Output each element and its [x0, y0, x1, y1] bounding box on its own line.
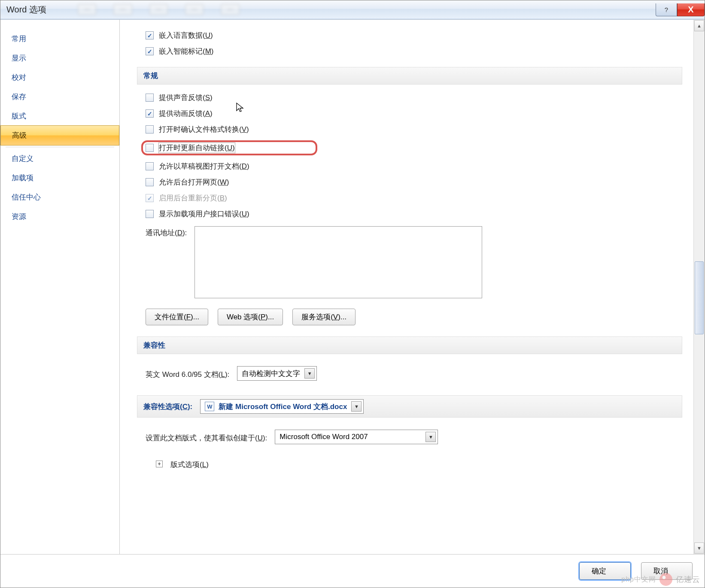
addin-errors-checkbox[interactable]: [146, 210, 154, 218]
anim-feedback-row: 提供动画反馈(A): [137, 106, 682, 121]
category-sidebar: 常用 显示 校对 保存 版式 高级 自定义 加载项 信任中心 资源: [0, 20, 120, 554]
compat-options-label: 兼容性选项(C):: [143, 402, 192, 412]
vertical-scrollbar[interactable]: ▲ ▼: [693, 20, 705, 554]
general-buttons: 文件位置(F)... Web 选项(P)... 服务选项(V)...: [137, 303, 682, 329]
chevron-down-icon[interactable]: ▼: [304, 368, 315, 379]
embed-language-row: 嵌入语言数据(U): [137, 27, 682, 43]
layout-options-row: + 版式选项(L): [137, 451, 682, 476]
section-general: 常规: [137, 67, 682, 85]
sidebar-item-layout[interactable]: 版式: [0, 106, 119, 126]
ok-button[interactable]: 确定: [579, 562, 631, 580]
confirm-conversion-row: 打开时确认文件格式转换(V): [137, 121, 682, 137]
anim-feedback-label: 提供动画反馈(A): [159, 109, 213, 118]
options-dialog: Word 选项 ··············· ? X 常用 显示 校对 保存 …: [0, 0, 705, 588]
addin-errors-label: 显示加载项用户接口错误(U): [159, 209, 249, 219]
layout-as-value: Microsoft Office Word 2007: [280, 433, 368, 441]
confirm-conversion-checkbox[interactable]: [146, 125, 154, 133]
sidebar-item-customize[interactable]: 自定义: [0, 149, 119, 168]
update-autolinks-row: 打开时更新自动链接(U): [137, 137, 682, 158]
scroll-thumb[interactable]: [695, 261, 704, 334]
layout-as-label: 设置此文档版式，使其看似创建于(U):: [146, 431, 267, 443]
highlight-box: 打开时更新自动链接(U): [141, 140, 317, 155]
sound-feedback-row: 提供声音反馈(S): [137, 90, 682, 106]
eng-word-value: 自动检测中文文字: [242, 369, 300, 379]
update-autolinks-label: 打开时更新自动链接(U): [159, 143, 235, 153]
bg-web-checkbox[interactable]: [146, 178, 154, 186]
sidebar-item-trust[interactable]: 信任中心: [0, 188, 119, 207]
window-buttons: ? X: [656, 3, 705, 16]
eng-word-row: 英文 Word 6.0/95 文档(L): 自动检测中文文字 ▼: [137, 359, 682, 388]
sidebar-separator: [6, 147, 114, 147]
bg-web-row: 允许后台打开网页(W): [137, 174, 682, 190]
scroll-down-icon[interactable]: ▼: [694, 543, 704, 554]
embed-language-label: 嵌入语言数据(U): [159, 30, 213, 40]
chevron-down-icon[interactable]: ▼: [425, 432, 436, 442]
chevron-down-icon[interactable]: ▼: [351, 401, 362, 412]
eng-word-select[interactable]: 自动检测中文文字 ▼: [237, 366, 317, 381]
section-compat-options: 兼容性选项(C): W 新建 Microsoft Office Word 文档.…: [137, 395, 682, 418]
close-button[interactable]: X: [677, 3, 705, 16]
file-locations-button[interactable]: 文件位置(F)...: [146, 309, 208, 325]
layout-as-select[interactable]: Microsoft Office Word 2007 ▼: [275, 430, 438, 444]
layout-as-row: 设置此文档版式，使其看似创建于(U): Microsoft Office Wor…: [137, 423, 682, 451]
scroll-track[interactable]: [695, 32, 704, 542]
draft-view-label: 允许以草稿视图打开文档(D): [159, 161, 249, 171]
confirm-conversion-label: 打开时确认文件格式转换(V): [159, 124, 249, 134]
expand-icon[interactable]: +: [156, 461, 163, 467]
service-options-button[interactable]: 服务选项(V)...: [292, 309, 356, 325]
titlebar: Word 选项 ··············· ? X: [0, 0, 705, 19]
anim-feedback-checkbox[interactable]: [146, 109, 154, 118]
bg-repaginate-label: 启用后台重新分页(B): [159, 193, 227, 203]
web-options-button[interactable]: Web 选项(P)...: [218, 309, 283, 325]
embed-smarttags-row: 嵌入智能标记(M): [137, 43, 682, 59]
mailing-address-input[interactable]: [194, 226, 482, 298]
compat-doc-select[interactable]: W 新建 Microsoft Office Word 文档.docx ▼: [200, 399, 364, 414]
background-blur: ···············: [78, 2, 610, 17]
bg-web-label: 允许后台打开网页(W): [159, 177, 229, 187]
sidebar-item-common[interactable]: 常用: [0, 29, 119, 48]
dialog-footer: 确定 取消: [0, 554, 705, 588]
layout-options-label[interactable]: 版式选项(L): [170, 458, 209, 470]
bg-repaginate-checkbox: [146, 194, 154, 202]
embed-language-checkbox[interactable]: [146, 31, 154, 39]
word-doc-icon: W: [205, 402, 214, 411]
bg-repaginate-row: 启用后台重新分页(B): [137, 190, 682, 206]
update-autolinks-checkbox[interactable]: [146, 144, 154, 152]
draft-view-row: 允许以草稿视图打开文档(D): [137, 158, 682, 174]
sidebar-item-addins[interactable]: 加载项: [0, 168, 119, 188]
scroll-area: 嵌入语言数据(U) 嵌入智能标记(M) 常规 提供声音反馈(S): [120, 20, 693, 554]
addin-errors-row: 显示加载项用户接口错误(U): [137, 206, 682, 222]
scroll-up-icon[interactable]: ▲: [694, 20, 704, 31]
sidebar-item-display[interactable]: 显示: [0, 48, 119, 68]
embed-smarttags-checkbox[interactable]: [146, 47, 154, 55]
eng-word-label: 英文 Word 6.0/95 文档(L):: [146, 368, 229, 379]
section-compatibility: 兼容性: [137, 336, 682, 354]
cancel-button[interactable]: 取消: [641, 562, 693, 580]
draft-view-checkbox[interactable]: [146, 162, 154, 170]
mailing-address-row: 通讯地址(D):: [137, 222, 682, 303]
sidebar-item-resources[interactable]: 资源: [0, 207, 119, 226]
sound-feedback-checkbox[interactable]: [146, 94, 154, 102]
sound-feedback-label: 提供声音反馈(S): [159, 93, 213, 103]
content-pane: 嵌入语言数据(U) 嵌入智能标记(M) 常规 提供声音反馈(S): [120, 20, 705, 554]
dialog-body: 常用 显示 校对 保存 版式 高级 自定义 加载项 信任中心 资源 嵌入语言数据…: [0, 19, 705, 554]
sidebar-item-advanced[interactable]: 高级: [0, 125, 119, 145]
sidebar-item-proofing[interactable]: 校对: [0, 68, 119, 87]
compat-doc-value: 新建 Microsoft Office Word 文档.docx: [219, 402, 347, 412]
window-title: Word 选项: [6, 4, 46, 15]
embed-smarttags-label: 嵌入智能标记(M): [159, 46, 214, 56]
cursor-icon: [236, 102, 244, 112]
mailing-address-label: 通讯地址(D):: [146, 226, 187, 238]
sidebar-item-save[interactable]: 保存: [0, 87, 119, 106]
help-button[interactable]: ?: [656, 3, 677, 16]
